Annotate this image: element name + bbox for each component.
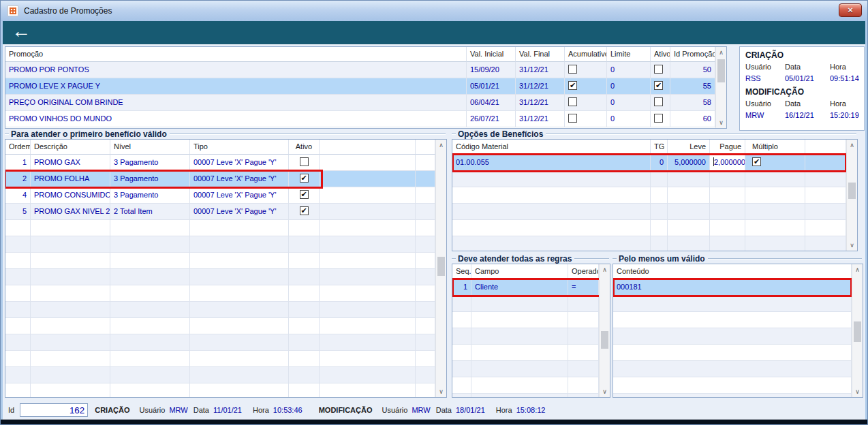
- table-filler-row[interactable]: [5, 318, 435, 334]
- scroll-track[interactable]: [600, 275, 610, 386]
- back-button[interactable]: ←: [12, 21, 31, 42]
- table-filler-row[interactable]: [452, 345, 599, 361]
- table-filler-row[interactable]: [613, 377, 852, 394]
- table-row[interactable]: 2PROMO FOLHA3 Pagamento00007 Leve 'X' Pa…: [5, 171, 435, 187]
- scroll-track[interactable]: [852, 275, 863, 386]
- table-filler-row[interactable]: [452, 220, 846, 236]
- scroll-track[interactable]: [436, 151, 446, 386]
- checkbox-checked[interactable]: ✔: [300, 174, 309, 183]
- table-filler-row[interactable]: [5, 236, 435, 253]
- valid-scrollbar[interactable]: ∧ ∨: [852, 264, 863, 397]
- table-filler-row[interactable]: [613, 394, 852, 397]
- table-row[interactable]: PROMO POR PONTOS15/09/2031/12/21050: [5, 62, 715, 78]
- table-filler-row[interactable]: [452, 204, 846, 220]
- table-row[interactable]: 4PROMO CONSUMIDOR3 Pagamento00007 Leve '…: [5, 187, 435, 204]
- table-cell: [471, 361, 568, 377]
- scroll-track[interactable]: [716, 58, 726, 117]
- column-header: Pague: [710, 140, 745, 155]
- table-filler-row[interactable]: [5, 367, 435, 383]
- table-filler-row[interactable]: [613, 328, 852, 345]
- table-row[interactable]: PROMO VINHOS DO MUNDO26/07/2131/12/21060: [5, 111, 715, 127]
- modificacao-time: 15:20:19: [830, 111, 859, 119]
- table-cell: [110, 367, 190, 383]
- table-cell: [452, 236, 651, 251]
- modificacao-user: MRW: [745, 111, 785, 119]
- table-filler-row[interactable]: [5, 334, 435, 351]
- scroll-up-arrow[interactable]: ∧: [852, 264, 863, 275]
- close-button[interactable]: ×: [839, 3, 862, 17]
- checkbox-unchecked[interactable]: [654, 114, 663, 123]
- table-filler-row[interactable]: [452, 187, 846, 204]
- scroll-thumb[interactable]: [601, 331, 608, 349]
- checkbox-unchecked[interactable]: [654, 65, 663, 74]
- scroll-thumb[interactable]: [854, 321, 861, 342]
- table-filler-row[interactable]: [452, 328, 599, 345]
- table-filler-row[interactable]: [452, 171, 846, 187]
- scroll-up-arrow[interactable]: ∧: [847, 140, 857, 151]
- promotions-scrollbar[interactable]: ∧ ∨: [715, 47, 726, 128]
- table-row[interactable]: PREÇO ORIGINAL COM BRINDE06/04/2131/12/2…: [5, 95, 715, 111]
- scroll-track[interactable]: [847, 151, 857, 240]
- inline-edit-cell[interactable]: 2,000000: [710, 155, 745, 171]
- table-filler-row[interactable]: [452, 296, 599, 312]
- benefit-grid-body: OrdemDescriçãoNívelTipoAtivo1PROMO GAX3 …: [5, 140, 435, 397]
- scroll-down-arrow[interactable]: ∨: [847, 240, 857, 251]
- table-cell: [190, 383, 289, 397]
- checkbox-unchecked[interactable]: [300, 157, 309, 166]
- checkbox-checked[interactable]: ✔: [752, 157, 761, 166]
- table-cell: [651, 220, 668, 236]
- scroll-up-arrow[interactable]: ∧: [600, 264, 610, 275]
- table-row[interactable]: 1PROMO GAX3 Pagamento00007 Leve 'X' Pagu…: [5, 155, 435, 171]
- table-cell: [5, 220, 31, 236]
- table-filler-row[interactable]: [5, 253, 435, 269]
- checkbox-unchecked[interactable]: [568, 65, 577, 74]
- scroll-down-arrow[interactable]: ∨: [716, 117, 726, 128]
- table-row[interactable]: PROMO LEVE X PAGUE Y05/01/2131/12/21✔0✔5…: [5, 78, 715, 95]
- scroll-up-arrow[interactable]: ∧: [436, 140, 446, 151]
- table-cell: [5, 236, 31, 253]
- table-filler-row[interactable]: [452, 377, 599, 394]
- table-cell: [320, 171, 416, 187]
- table-filler-row[interactable]: [5, 269, 435, 285]
- table-cell: ✔: [289, 187, 320, 204]
- checkbox-checked[interactable]: ✔: [654, 81, 663, 90]
- table-filler-row[interactable]: [613, 361, 852, 377]
- table-filler-row[interactable]: [613, 345, 852, 361]
- scroll-down-arrow[interactable]: ∨: [436, 386, 446, 397]
- table-filler-row[interactable]: [5, 351, 435, 367]
- table-filler-row[interactable]: [5, 302, 435, 318]
- checkbox-unchecked[interactable]: [568, 114, 577, 123]
- checkbox-checked[interactable]: ✔: [568, 81, 577, 90]
- scroll-down-arrow[interactable]: ∨: [852, 386, 863, 397]
- table-cell: PROMO FOLHA: [31, 171, 110, 187]
- options-scrollbar[interactable]: ∧ ∨: [846, 140, 857, 251]
- table-cell: ✔: [565, 78, 607, 95]
- scroll-thumb[interactable]: [848, 183, 856, 199]
- table-cell: [416, 253, 435, 269]
- id-input[interactable]: [20, 403, 88, 417]
- table-row[interactable]: 000181VENDEDOR PADRÃO: [613, 279, 852, 296]
- table-filler-row[interactable]: [613, 312, 852, 328]
- scroll-thumb[interactable]: [717, 59, 725, 82]
- rules-scrollbar[interactable]: ∧ ∨: [599, 264, 610, 397]
- table-filler-row[interactable]: [5, 285, 435, 302]
- table-filler-row[interactable]: [613, 296, 852, 312]
- table-filler-row[interactable]: [452, 394, 599, 397]
- table-filler-row[interactable]: [452, 312, 599, 328]
- table-row[interactable]: 01.00.055FOLHA A4 PAPEL05,0000002,000000…: [452, 155, 846, 171]
- checkbox-unchecked[interactable]: [654, 97, 663, 106]
- table-row[interactable]: 1Cliente=: [452, 279, 599, 296]
- checkbox-unchecked[interactable]: [568, 97, 577, 106]
- scroll-up-arrow[interactable]: ∧: [716, 47, 726, 58]
- scroll-down-arrow[interactable]: ∨: [600, 386, 610, 397]
- checkbox-checked[interactable]: ✔: [300, 206, 309, 215]
- table-filler-row[interactable]: [5, 220, 435, 236]
- table-filler-row[interactable]: [452, 361, 599, 377]
- benefit-scrollbar[interactable]: ∧ ∨: [435, 140, 446, 397]
- table-row[interactable]: 5PROMO GAX NIVEL 22 Total Item00007 Leve…: [5, 204, 435, 220]
- scroll-thumb[interactable]: [437, 257, 445, 276]
- table-filler-row[interactable]: [452, 236, 846, 251]
- table-filler-row[interactable]: [5, 383, 435, 397]
- checkbox-checked[interactable]: ✔: [300, 190, 309, 199]
- table-cell: [452, 171, 651, 187]
